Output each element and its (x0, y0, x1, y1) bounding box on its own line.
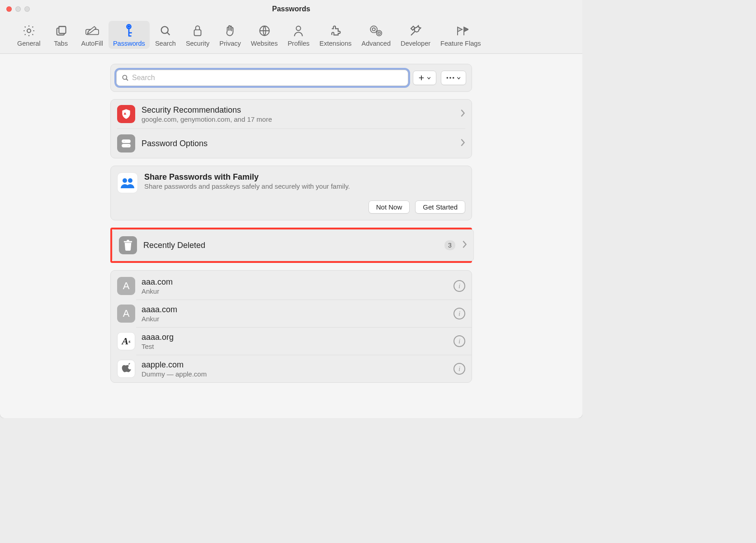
flags-icon (453, 24, 469, 38)
tab-feature-flags[interactable]: Feature Flags (436, 21, 485, 49)
tab-label: Websites (251, 40, 278, 47)
svg-point-10 (372, 28, 375, 31)
info-button[interactable]: i (454, 308, 465, 319)
site-letter-icon: A (117, 277, 135, 295)
search-icon (157, 24, 174, 38)
preferences-toolbar: General Tabs AutoFill Passwords Search (0, 18, 582, 54)
tab-label: Privacy (219, 40, 241, 47)
user-name: Dummy — apple.com (142, 370, 447, 378)
info-button[interactable]: i (454, 335, 465, 347)
hand-icon (222, 24, 238, 38)
search-icon (121, 74, 129, 82)
more-actions-button[interactable] (441, 71, 466, 85)
close-window-button[interactable] (6, 6, 12, 12)
site-letter-icon: A (117, 305, 135, 323)
tab-label: Profiles (288, 40, 309, 47)
site-name: aapple.com (142, 360, 447, 370)
tab-passwords[interactable]: Passwords (109, 21, 150, 49)
switches-icon (117, 134, 135, 152)
svg-point-5 (128, 26, 130, 27)
maximize-window-button[interactable] (24, 6, 30, 12)
tab-profiles[interactable]: Profiles (283, 21, 314, 49)
tab-tabs[interactable]: Tabs (46, 21, 76, 49)
security-recommendations-row[interactable]: Security Recommendations google.com, gen… (111, 100, 472, 129)
recently-deleted-highlight: Recently Deleted 3 (110, 228, 472, 263)
get-started-button[interactable]: Get Started (415, 200, 465, 214)
trash-icon (119, 236, 137, 254)
svg-rect-7 (194, 30, 201, 36)
svg-rect-24 (124, 241, 132, 243)
site-name: aaaa.org (142, 333, 447, 342)
chevron-right-icon (460, 138, 465, 148)
tools-icon (407, 24, 424, 38)
tab-label: Feature Flags (440, 40, 481, 47)
row-title: Password Options (142, 139, 454, 148)
globe-icon (256, 24, 273, 38)
password-row[interactable]: A aaa.com Ankur i (117, 271, 465, 300)
password-options-row[interactable]: Password Options (111, 129, 472, 158)
add-password-button[interactable] (413, 71, 436, 85)
info-button[interactable]: i (454, 280, 465, 292)
user-name: Test (142, 343, 447, 350)
search-card (110, 64, 472, 92)
tab-label: Search (155, 40, 176, 47)
gear-icon (21, 24, 37, 38)
row-title: Recently Deleted (143, 241, 438, 250)
person-icon (290, 24, 307, 38)
svg-point-20 (123, 140, 125, 142)
user-name: Ankur (142, 315, 447, 323)
shield-alert-icon (117, 105, 135, 123)
search-field-wrap[interactable] (116, 70, 408, 86)
svg-rect-2 (59, 27, 66, 33)
tab-label: Extensions (320, 40, 352, 47)
site-name: aaaa.com (142, 305, 447, 314)
share-family-card: Share Passwords with Family Share passwo… (110, 166, 472, 220)
settings-card: Security Recommendations google.com, gen… (110, 99, 472, 158)
tab-label: Developer (401, 40, 430, 47)
tab-label: Security (186, 40, 209, 47)
tab-developer[interactable]: Developer (396, 21, 435, 49)
search-input[interactable] (132, 74, 403, 82)
family-title: Share Passwords with Family (144, 172, 465, 182)
key-icon (121, 24, 137, 38)
tab-autofill[interactable]: AutoFill (77, 21, 108, 49)
tab-label: Tabs (54, 40, 68, 47)
puzzle-icon (327, 24, 344, 38)
svg-rect-25 (127, 240, 129, 241)
svg-point-17 (453, 77, 454, 79)
chevron-down-icon (456, 76, 461, 81)
password-row[interactable]: A aaaa.com Ankur i (117, 300, 465, 327)
pencil-field-icon (84, 24, 100, 38)
count-badge: 3 (444, 240, 455, 250)
tab-security[interactable]: Security (181, 21, 214, 49)
recently-deleted-row[interactable]: Recently Deleted 3 (113, 230, 473, 261)
plus-icon (418, 74, 425, 81)
passwords-list: A aaa.com Ankur i A aaaa.com Ankur i As (110, 270, 472, 383)
password-row[interactable]: As aaaa.org Test i (117, 328, 465, 355)
svg-point-13 (376, 30, 382, 36)
tab-privacy[interactable]: Privacy (215, 21, 246, 49)
chevron-down-icon (426, 76, 431, 81)
svg-point-12 (378, 32, 380, 34)
site-name: aaa.com (142, 277, 447, 287)
info-button[interactable]: i (454, 363, 465, 375)
tab-label: Passwords (113, 40, 145, 47)
row-subtitle: google.com, genymotion.com, and 17 more (142, 115, 454, 123)
ellipsis-icon (446, 76, 455, 80)
minimize-window-button[interactable] (15, 6, 21, 12)
window-title: Passwords (0, 5, 582, 13)
tab-search[interactable]: Search (151, 21, 180, 49)
tab-label: AutoFill (81, 40, 103, 47)
row-title: Security Recommendations (142, 105, 454, 115)
tab-advanced[interactable]: Advanced (357, 21, 395, 49)
tab-general[interactable]: General (13, 21, 45, 49)
svg-point-22 (123, 178, 127, 183)
apple-icon (117, 360, 135, 378)
not-now-button[interactable]: Not Now (369, 200, 410, 214)
tab-extensions[interactable]: Extensions (315, 21, 356, 49)
family-icon (117, 172, 138, 193)
tabs-icon (53, 24, 69, 38)
password-row[interactable]: aapple.com Dummy — apple.com i (117, 355, 465, 382)
svg-point-16 (449, 77, 451, 79)
tab-websites[interactable]: Websites (246, 21, 282, 49)
